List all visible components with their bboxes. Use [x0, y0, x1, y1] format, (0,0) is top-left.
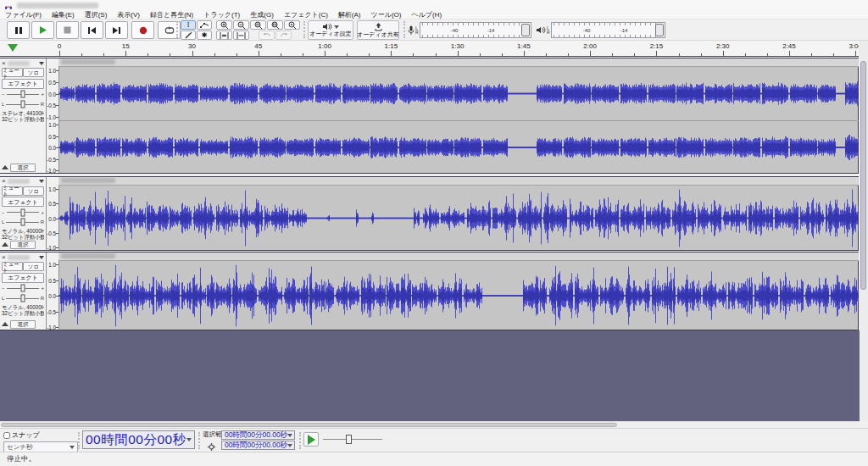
zoom-toggle-button[interactable] — [284, 20, 300, 30]
waveform-left-channel[interactable] — [58, 67, 859, 120]
vertical-scale-ruler[interactable]: 1.00.50.0-0.5-1.0 1.00.50.0-0.5-1.0 — [47, 58, 59, 173]
menu-analyze[interactable]: 解析(A) — [333, 10, 366, 19]
playback-meter-bar[interactable]: -40 -14 — [551, 22, 665, 38]
waveform-right-channel[interactable] — [58, 121, 859, 174]
collapse-track-button[interactable] — [2, 242, 8, 247]
play-speed-slider[interactable] — [323, 439, 382, 440]
solo-button[interactable]: ソロ — [23, 186, 44, 196]
mute-button[interactable]: ミュート — [2, 262, 23, 271]
zoom-in-button[interactable] — [216, 20, 232, 30]
waveform-mono-channel[interactable] — [58, 186, 859, 251]
record-button[interactable] — [131, 21, 154, 39]
snap-checkbox-input[interactable] — [3, 432, 10, 439]
selection-tool-button[interactable]: I — [181, 20, 196, 30]
collapse-track-button[interactable] — [2, 165, 8, 169]
close-track-button[interactable]: × — [2, 60, 6, 67]
pause-button[interactable] — [7, 21, 30, 39]
stop-button[interactable] — [56, 21, 79, 39]
select-track-button[interactable]: 選択 — [10, 241, 36, 249]
recording-meter[interactable]: LR -40 -14 — [408, 21, 531, 39]
gain-slider[interactable]: −+ — [2, 283, 44, 293]
menu-file[interactable]: ファイル(F) — [0, 10, 47, 19]
audio-setup-button[interactable]: オーディオ設定 — [308, 20, 353, 40]
pan-slider-thumb[interactable] — [20, 295, 25, 302]
horizontal-scrollbar-thumb[interactable] — [1, 423, 617, 427]
collapse-track-button[interactable] — [2, 322, 8, 326]
horizontal-scrollbar[interactable] — [0, 421, 860, 428]
snap-checkbox[interactable]: スナップ — [3, 430, 78, 440]
track-menu-button[interactable] — [39, 256, 44, 259]
pan-slider[interactable]: LR — [2, 218, 44, 228]
gain-slider-thumb[interactable] — [21, 208, 25, 216]
menu-view[interactable]: 表示(V) — [112, 10, 145, 19]
clip-title-bar[interactable] — [58, 252, 859, 261]
skip-to-end-button[interactable] — [105, 21, 128, 39]
toolbar-grip[interactable] — [198, 432, 201, 449]
track-menu-button[interactable] — [39, 180, 44, 183]
pan-slider[interactable]: LR — [2, 99, 44, 109]
solo-button[interactable]: ソロ — [23, 68, 44, 77]
play-button[interactable] — [31, 21, 54, 39]
pan-slider-thumb[interactable] — [20, 101, 25, 108]
toolbar-grip[interactable] — [176, 21, 179, 38]
clip-title-bar[interactable] — [58, 58, 859, 67]
gain-slider[interactable]: −+ — [2, 89, 44, 99]
toolbar-grip[interactable] — [303, 21, 306, 38]
selection-end-field[interactable]: 00時間00分00.00秒 — [221, 441, 295, 450]
menu-tracks[interactable]: トラック(T) — [198, 10, 245, 19]
menu-transport[interactable]: 録音と再生(N) — [145, 10, 198, 19]
trim-outside-selection-button[interactable] — [216, 31, 232, 40]
track-3[interactable]: × ミュート ソロ エフェクト −+ LR モノラル, 40000Hz32ビット… — [0, 252, 859, 330]
close-track-button[interactable]: × — [2, 178, 6, 185]
track-1[interactable]: × ミュート ソロ エフェクト −+ LR ステレオ, 44100Hz32ビット… — [0, 58, 859, 174]
play-at-speed-button[interactable] — [303, 432, 319, 447]
menu-tools[interactable]: ツール(O) — [366, 10, 407, 19]
gear-icon[interactable] — [208, 443, 215, 451]
menu-edit[interactable]: 編集(E) — [47, 10, 80, 19]
zoom-out-button[interactable] — [233, 20, 249, 30]
zoom-project-button[interactable] — [267, 20, 283, 30]
select-track-button[interactable]: 選択 — [10, 320, 36, 329]
gain-slider[interactable]: −+ — [2, 208, 44, 218]
vertical-scale-ruler[interactable]: 1.00.50.0-0.5-1.0 — [47, 252, 59, 330]
gain-slider-thumb[interactable] — [21, 91, 25, 98]
effects-button[interactable]: エフェクト — [2, 79, 44, 89]
gain-slider-thumb[interactable] — [21, 285, 25, 292]
playback-volume-slider[interactable] — [655, 24, 664, 36]
toolbar-grip[interactable] — [403, 21, 406, 38]
timeline-ruler[interactable]: 01530451:001:151:301:452:002:152:302:453… — [0, 41, 859, 57]
toolbar-grip[interactable] — [78, 432, 81, 449]
playback-meter[interactable]: LR -40 -14 — [537, 21, 665, 39]
mute-button[interactable]: ミュート — [2, 68, 23, 77]
menu-effect[interactable]: エフェクト(C) — [279, 10, 333, 19]
recording-volume-slider[interactable] — [521, 24, 530, 36]
effects-button[interactable]: エフェクト — [2, 273, 44, 283]
undo-button[interactable] — [259, 31, 275, 40]
vertical-scrollbar-thumb[interactable] — [860, 61, 866, 290]
waveform-mono-channel[interactable] — [58, 261, 859, 330]
selection-start-field[interactable]: 00時間00分00.00秒 — [221, 430, 295, 440]
multi-tool-button[interactable]: ✱ — [197, 31, 212, 40]
mute-button[interactable]: ミュート — [2, 186, 23, 196]
close-track-button[interactable]: × — [2, 254, 6, 261]
redo-button[interactable] — [275, 31, 292, 40]
track-2[interactable]: × ミュート ソロ エフェクト −+ LR モノラル, 40000Hz32ビット… — [0, 176, 859, 251]
track-menu-button[interactable] — [39, 62, 44, 65]
menu-help[interactable]: ヘルプ(H) — [406, 10, 447, 19]
audio-share-button[interactable]: オーディオ共有 — [357, 20, 399, 40]
vertical-scrollbar[interactable] — [860, 58, 868, 421]
play-speed-slider-thumb[interactable] — [346, 435, 352, 444]
menu-select[interactable]: 選択(S) — [80, 10, 113, 19]
draw-tool-button[interactable] — [181, 31, 196, 40]
clip-title-bar[interactable] — [58, 177, 859, 186]
skip-to-start-button[interactable] — [81, 21, 103, 39]
select-track-button[interactable]: 選択 — [10, 164, 36, 172]
toolbar-grip[interactable] — [299, 432, 302, 449]
silence-selection-button[interactable] — [233, 31, 249, 40]
envelope-tool-button[interactable] — [197, 20, 212, 30]
audio-position-display[interactable]: 00時間00分00秒 — [82, 430, 195, 449]
solo-button[interactable]: ソロ — [23, 262, 44, 271]
menu-generate[interactable]: 生成(G) — [245, 10, 279, 19]
recording-meter-bar[interactable]: -40 -14 — [420, 22, 531, 38]
pan-slider-thumb[interactable] — [20, 219, 25, 226]
